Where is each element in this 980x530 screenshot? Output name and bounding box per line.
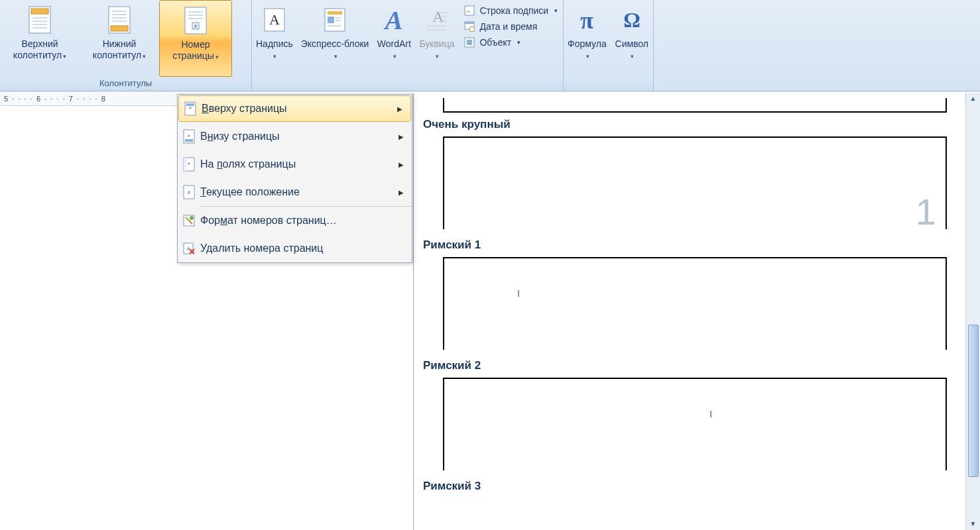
page-number-gallery: Очень крупный 1 Римский 1 I Римский 2 I … <box>413 93 965 530</box>
footer-label: Нижнийколонтитул▾ <box>93 38 146 61</box>
textbox-label: Надпись▾ <box>256 38 293 61</box>
svg-text:#: # <box>194 23 198 29</box>
svg-rect-33 <box>465 6 474 15</box>
menu-top-icon: # <box>179 101 202 116</box>
quickparts-icon <box>318 3 352 37</box>
gallery-title-roman1: Римский 1 <box>423 238 955 252</box>
date-time-label: Дата и время <box>479 21 537 32</box>
footer-icon <box>102 3 137 37</box>
svg-text:A: A <box>383 5 403 35</box>
menu-remove-icon: # <box>178 242 200 254</box>
gallery-item-roman1[interactable]: I <box>443 257 947 350</box>
footer-button[interactable]: Нижнийколонтитул▾ <box>80 0 159 77</box>
menu-remove-label: Удалить номера страниц <box>200 242 398 254</box>
header-icon <box>23 3 57 37</box>
svg-rect-21 <box>328 11 342 15</box>
text-small-buttons: Строка подписи▾ Дата и время Объект▾ <box>458 0 563 77</box>
gallery-item-roman2[interactable]: I <box>443 378 947 470</box>
date-time-icon <box>463 21 475 32</box>
group-label-symbols <box>564 77 653 91</box>
svg-rect-1 <box>31 9 48 14</box>
svg-text:A: A <box>269 11 280 28</box>
svg-rect-11 <box>111 26 128 31</box>
quickparts-label: Экспресс-блоки▾ <box>301 38 369 61</box>
submenu-arrow-icon: ▶ <box>398 161 412 168</box>
menu-format-icon <box>178 215 200 227</box>
date-time-button[interactable]: Дата и время <box>462 19 559 34</box>
gallery-item-verylarge[interactable]: 1 <box>443 136 947 229</box>
menu-format-label: Формат номеров страниц…Формат номеров ст… <box>200 215 398 227</box>
ribbon: Верхнийколонтитул▾ Нижнийколонтитул▾ # Н… <box>0 0 980 91</box>
ribbon-group-headers: Верхнийколонтитул▾ Нижнийколонтитул▾ # Н… <box>0 0 252 91</box>
gallery-title-roman2: Римский 2 <box>423 359 955 372</box>
signature-icon <box>463 5 475 17</box>
symbol-button[interactable]: Ω Символ▾ <box>611 0 653 77</box>
gallery-title-verylarge: Очень крупный <box>423 118 955 131</box>
preview-number: 1 <box>916 190 936 233</box>
svg-rect-48 <box>184 158 186 171</box>
menu-bottom-label: Внизу страницыВнизу страницы <box>200 131 398 142</box>
scroll-up-button[interactable]: ▲ <box>966 93 980 105</box>
header-button[interactable]: Верхнийколонтитул▾ <box>0 0 80 77</box>
signature-line-button[interactable]: Строка подписи▾ <box>462 3 559 19</box>
page-number-icon: # <box>178 3 213 38</box>
page-number-label: Номерстраницы▾ <box>172 39 219 62</box>
pi-icon: π <box>570 3 604 37</box>
preview-roman: I <box>517 288 520 299</box>
header-label: Верхнийколонтитул▾ <box>13 38 66 61</box>
formula-button[interactable]: π Формула▾ <box>564 0 611 77</box>
menu-bottom-of-page[interactable]: # Внизу страницыВнизу страницы ▶ <box>178 123 412 150</box>
svg-point-36 <box>469 26 475 32</box>
ribbon-group-text: A Надпись▾ Экспресс-блоки▾ A WordArt▾ A <box>252 0 564 91</box>
formula-label: Формула▾ <box>568 38 607 61</box>
page-number-button[interactable]: # Номерстраницы▾ <box>159 0 232 77</box>
svg-text:Ω: Ω <box>623 8 641 32</box>
menu-margins-icon: # <box>178 157 200 172</box>
menu-top-of-page[interactable]: # ВВверху страницыверху страницы ▶ <box>178 95 411 122</box>
symbol-label: Символ▾ <box>615 38 648 61</box>
svg-rect-35 <box>465 22 474 24</box>
scroll-thumb[interactable] <box>968 325 979 477</box>
wordart-label: WordArt▾ <box>377 38 411 61</box>
object-icon <box>463 36 475 48</box>
object-label: Объект <box>479 37 511 48</box>
menu-current-position[interactable]: # Текущее положениеТекущее положение ▶ <box>178 178 412 206</box>
svg-rect-22 <box>328 17 334 23</box>
menu-current-icon: # <box>178 185 200 199</box>
submenu-arrow-icon: ▶ <box>398 189 412 196</box>
gallery-preview-cutoff[interactable] <box>443 98 947 113</box>
svg-text:π: π <box>581 7 594 34</box>
svg-point-53 <box>190 216 194 220</box>
svg-rect-12 <box>185 7 206 34</box>
menu-current-label: Текущее положениеТекущее положение <box>200 186 398 198</box>
object-button[interactable]: Объект▾ <box>462 34 559 50</box>
scroll-down-button[interactable]: ▼ <box>966 518 980 530</box>
menu-top-label: ВВверху страницыверху страницы <box>202 103 397 115</box>
submenu-arrow-icon: ▶ <box>397 105 410 113</box>
omega-icon: Ω <box>615 3 649 37</box>
group-label-headers: Колонтитулы <box>0 77 251 91</box>
menu-format-numbers[interactable]: Формат номеров страниц…Формат номеров ст… <box>178 207 412 235</box>
menu-remove-numbers[interactable]: # Удалить номера страниц <box>178 235 412 262</box>
gallery-title-roman3: Римский 3 <box>423 480 955 493</box>
dropcap-icon: A <box>420 3 454 37</box>
signature-line-label: Строка подписи <box>479 5 548 16</box>
wordart-icon: A <box>377 3 411 37</box>
textbox-icon: A <box>257 3 292 37</box>
ribbon-group-symbols: π Формула▾ Ω Символ▾ <box>564 0 654 91</box>
svg-rect-45 <box>185 139 193 142</box>
preview-roman: I <box>709 408 712 419</box>
submenu-arrow-icon: ▶ <box>398 133 412 140</box>
quickparts-button[interactable]: Экспресс-блоки▾ <box>297 0 373 77</box>
vertical-scrollbar[interactable]: ▲ ▼ <box>965 93 980 530</box>
dropcap-label: Буквица▾ <box>419 38 454 61</box>
textbox-button[interactable]: A Надпись▾ <box>252 0 297 77</box>
menu-page-margins[interactable]: # На полях страницыНа полях страницы ▶ <box>178 150 412 178</box>
wordart-button[interactable]: A WordArt▾ <box>373 0 415 77</box>
svg-rect-38 <box>467 40 472 45</box>
menu-bottom-icon: # <box>178 129 200 144</box>
page-number-menu: # ВВверху страницыверху страницы ▶ # Вни… <box>177 94 412 263</box>
svg-text:#: # <box>187 246 190 251</box>
group-label-text <box>252 77 563 91</box>
dropcap-button[interactable]: A Буквица▾ <box>415 0 458 77</box>
